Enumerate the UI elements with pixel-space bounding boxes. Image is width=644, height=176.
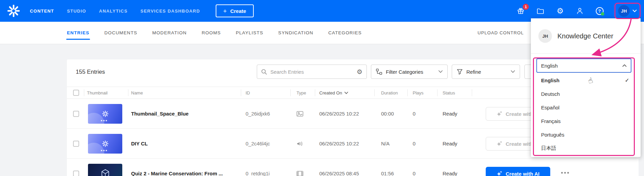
entry-status: Ready: [443, 159, 457, 176]
primary-nav: CONTENT STUDIO ANALYTICS SERVICES DASHBO…: [30, 8, 200, 14]
column-header-type[interactable]: Type: [297, 87, 306, 99]
language-option-label: English: [541, 77, 559, 83]
tab-moderation[interactable]: MODERATION: [152, 30, 187, 35]
user-menu-header: JH Knowledge Center: [531, 18, 641, 54]
kmc-screen: CONTENT STUDIO ANALYTICS SERVICES DASHBO…: [0, 0, 644, 176]
user-icon[interactable]: [575, 6, 585, 16]
entry-created-on: 06/26/2025 08:45: [319, 159, 359, 176]
column-header-duration[interactable]: Duration: [381, 87, 398, 99]
funnel-icon: [457, 69, 463, 75]
column-divider: [315, 89, 315, 96]
filter-categories-button[interactable]: Filter Categories: [371, 65, 448, 79]
help-icon[interactable]: ?: [595, 6, 604, 16]
language-option-deutsch[interactable]: Deutsch: [533, 87, 635, 101]
sparkles-icon: [497, 141, 502, 146]
video-type-icon: [297, 159, 303, 176]
tab-entries[interactable]: ENTRIES: [67, 30, 89, 35]
entry-name[interactable]: DIY CL: [131, 141, 148, 146]
entry-name[interactable]: Quiz 2 - Marine Conservation: From ...: [131, 171, 223, 176]
chevron-down-icon[interactable]: [632, 10, 637, 13]
search-settings-icon[interactable]: ⚙: [357, 69, 362, 75]
tab-categories[interactable]: CATEGORIES: [328, 30, 362, 35]
entries-count-label: 155 Entries: [76, 69, 105, 75]
entry-name[interactable]: Thumbnail_Space_Blue: [131, 111, 189, 117]
avatar: JH: [538, 29, 552, 43]
language-option-portugues[interactable]: Português: [533, 128, 635, 141]
column-header-status[interactable]: Status: [443, 87, 455, 99]
tabs: ENTRIES DOCUMENTS MODERATION ROOMS PLAYL…: [67, 22, 362, 44]
tab-rooms[interactable]: ROOMS: [202, 30, 221, 35]
entry-thumbnail[interactable]: [88, 104, 122, 124]
question-mark-glyph: ?: [598, 8, 601, 14]
entry-plays: 0: [413, 159, 415, 176]
select-all-checkbox[interactable]: [73, 90, 79, 96]
entry-id: 0_retdng1i: [246, 159, 270, 176]
column-header-id[interactable]: ID: [246, 87, 250, 99]
tab-playlists[interactable]: PLAYLISTS: [236, 30, 263, 35]
column-header-plays[interactable]: Plays: [413, 87, 424, 99]
create-with-ai-button[interactable]: Create with AI: [486, 167, 550, 176]
more-options-icon[interactable]: [561, 172, 569, 174]
entry-plays: 0: [413, 99, 415, 128]
language-option-japanese[interactable]: 日本語: [533, 141, 635, 155]
column-divider: [374, 89, 375, 96]
refine-button[interactable]: Refine: [452, 65, 520, 79]
entry-thumbnail[interactable]: [88, 134, 122, 154]
user-avatar[interactable]: JH: [618, 5, 630, 17]
folder-icon[interactable]: [536, 6, 545, 16]
entry-created-on: 06/26/2025 10:22: [319, 99, 359, 128]
column-divider: [407, 89, 408, 96]
tab-documents[interactable]: DOCUMENTS: [104, 30, 137, 35]
language-option-francais[interactable]: Français: [533, 114, 635, 128]
entry-id: 0_2c46l4jc: [246, 129, 270, 158]
create-with-ai-label: Create with AI: [506, 171, 539, 176]
plus-icon: +: [223, 8, 227, 14]
language-option-english[interactable]: English ✓: [533, 73, 635, 87]
topbar-actions: 1 ⚙ ? JH: [516, 3, 641, 19]
column-divider: [437, 89, 437, 96]
nav-item-studio[interactable]: STUDIO: [67, 8, 86, 14]
nav-item-services-dashboard[interactable]: SERVICES DASHBOARD: [141, 8, 200, 14]
upload-control-link[interactable]: UPLOAD CONTROL: [478, 22, 524, 44]
language-option-espanol[interactable]: Español: [533, 101, 635, 114]
tab-syndication[interactable]: SYNDICATION: [278, 30, 313, 35]
table-row[interactable]: Quiz 2 - Marine Conservation: From ... 0…: [67, 159, 639, 176]
entry-plays: 0: [413, 129, 415, 158]
categories-icon: [376, 69, 382, 75]
chevron-down-icon: [511, 70, 515, 73]
column-divider: [290, 89, 291, 96]
create-button[interactable]: + Create: [216, 4, 254, 17]
row-checkbox[interactable]: [73, 111, 79, 117]
language-option-label: Deutsch: [541, 91, 560, 97]
language-select[interactable]: English: [536, 58, 631, 73]
column-header-thumbnail[interactable]: Thumbnail: [87, 87, 108, 99]
gear-icon[interactable]: ⚙: [555, 6, 565, 16]
filter-categories-label: Filter Categories: [386, 69, 423, 75]
create-button-label: Create: [230, 8, 246, 14]
whats-new-gift-icon[interactable]: 1: [516, 6, 525, 16]
language-option-label: 日本語: [541, 145, 556, 152]
column-header-name[interactable]: Name: [131, 87, 143, 99]
row-checkbox[interactable]: [73, 141, 79, 147]
language-select-value: English: [541, 63, 558, 69]
search-input[interactable]: [270, 69, 353, 75]
row-checkbox[interactable]: [73, 171, 79, 176]
language-option-label: Français: [541, 118, 561, 124]
refine-label: Refine: [466, 69, 481, 75]
language-option-label: Español: [541, 105, 559, 110]
entry-thumbnail[interactable]: [88, 164, 122, 176]
user-menu-panel: JH Knowledge Center English English ✓ De…: [531, 18, 641, 157]
column-header-created-on[interactable]: Created On: [319, 87, 348, 99]
entry-id: 0_26idjxk6: [246, 99, 270, 128]
search-icon: [261, 69, 267, 75]
cube-icon: [88, 164, 122, 176]
column-divider: [84, 89, 84, 96]
nav-item-content[interactable]: CONTENT: [30, 8, 54, 14]
image-type-icon: [297, 99, 303, 128]
gear-glyph: ⚙: [557, 7, 564, 15]
nav-item-analytics[interactable]: ANALYTICS: [99, 8, 128, 14]
language-option-label: Português: [541, 132, 564, 138]
sparkles-icon: [497, 171, 502, 176]
kaltura-logo-icon[interactable]: [7, 5, 20, 17]
audio-type-icon: [297, 129, 303, 158]
